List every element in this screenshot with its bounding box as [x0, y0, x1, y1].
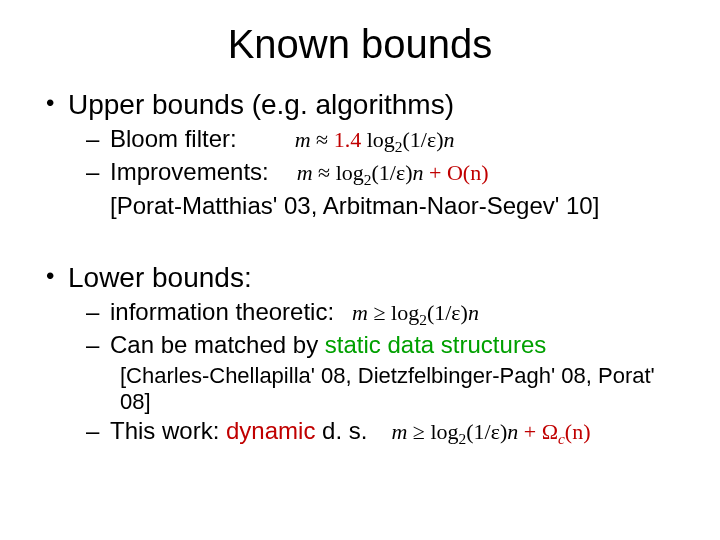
static-line: Can be matched by static data structures: [40, 331, 680, 359]
this-work-suffix: d. s.: [315, 417, 367, 444]
bloom-filter-line: Bloom filter: m ≈ 1.4 log2(1/ε)n: [40, 125, 680, 156]
bloom-label: Bloom filter:: [110, 125, 237, 153]
lower-citation: [Charles-Chellapilla' 08, Dietzfelbinger…: [40, 363, 680, 415]
this-work-prefix: This work:: [110, 417, 226, 444]
static-green: static data structures: [325, 331, 546, 358]
info-label: information theoretic:: [110, 298, 334, 326]
this-work-line: This work: dynamic d. s. m ≥ log2(1/ε)n …: [40, 417, 680, 448]
slide-title: Known bounds: [40, 22, 680, 67]
info-theoretic-line: information theoretic: m ≥ log2(1/ε)n: [40, 298, 680, 329]
info-formula: m ≥ log2(1/ε)n: [352, 300, 479, 329]
this-work-red: dynamic: [226, 417, 315, 444]
static-prefix: Can be matched by: [110, 331, 325, 358]
lower-bounds-heading: Lower bounds:: [40, 262, 680, 294]
improvements-label: Improvements:: [110, 158, 269, 186]
improvements-line: Improvements: m ≈ log2(1/ε)n + O(n): [40, 158, 680, 189]
improvements-formula: m ≈ log2(1/ε)n + O(n): [297, 160, 489, 189]
bloom-formula: m ≈ 1.4 log2(1/ε)n: [295, 127, 455, 156]
upper-citation: [Porat-Matthias' 03, Arbitman-Naor-Segev…: [40, 192, 680, 220]
this-work-formula: m ≥ log2(1/ε)n + Ωc(n): [391, 419, 590, 448]
upper-bounds-heading: Upper bounds (e.g. algorithms): [40, 89, 680, 121]
